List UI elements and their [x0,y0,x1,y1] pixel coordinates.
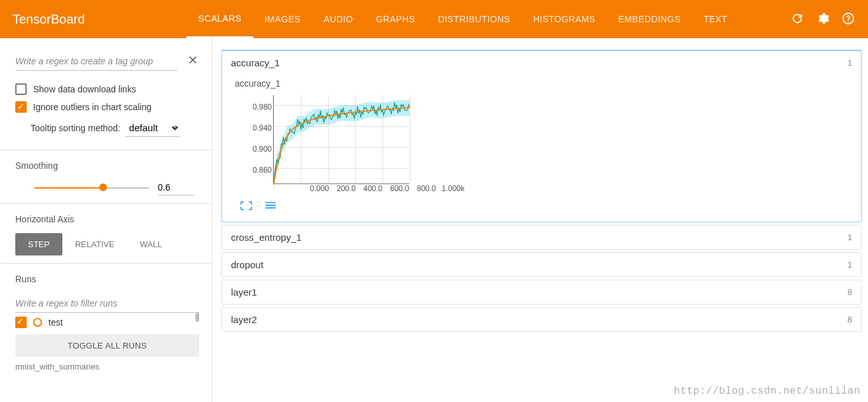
card-header[interactable]: layer28 [222,308,861,331]
ignore-outliers-checkbox[interactable] [15,101,27,113]
tab-images[interactable]: IMAGES [253,0,312,38]
card-header[interactable]: accuracy_11 [222,51,861,75]
card-header[interactable]: dropout1 [222,253,861,276]
y-tick: 0.860 [246,166,272,175]
card-count: 1 [848,233,852,242]
brand: TensorBoard [13,12,85,27]
x-axis: 0.000200.0400.0600.0800.01.000k [306,184,850,193]
main-content: accuracy_11accuracy_10.8600.9000.9400.98… [213,38,868,402]
app-header: TensorBoard SCALARSIMAGESAUDIOGRAPHSDIST… [0,0,868,38]
scalar-card: cross_entropy_11 [221,225,862,250]
toggle-all-runs-button[interactable]: TOGGLE ALL RUNS [15,334,199,357]
tab-distributions[interactable]: DISTRIBUTIONS [426,0,521,38]
card-count: 1 [848,260,852,269]
chart-svg [274,95,410,184]
gear-icon[interactable] [816,11,830,27]
run-row: test [15,313,199,332]
help-icon[interactable] [841,11,855,27]
smoothing-label: Smoothing [15,161,199,171]
scalar-card: layer28 [221,307,862,332]
haxis-step-button[interactable]: STEP [15,233,62,255]
haxis-wall-button[interactable]: WALL [127,233,175,255]
scroll-thumb[interactable] [195,313,199,322]
y-tick: 0.900 [246,145,272,154]
chart-plot [273,95,409,184]
ignore-outliers-label: Ignore outliers in chart scaling [33,102,151,112]
x-tick: 600.0 [386,184,413,193]
tooltip-sorting-label: Tooltip sorting method: [31,123,120,133]
tag-filter-input[interactable] [15,51,178,71]
y-tick: 0.980 [246,103,272,111]
run-name: test [48,317,63,327]
header-icons [790,11,855,27]
card-count: 8 [848,287,852,297]
chart-title: accuracy_1 [235,78,850,89]
card-count: 8 [848,315,852,324]
log-toggle-icon[interactable] [264,201,277,213]
tab-histograms[interactable]: HISTOGRAMS [522,0,607,38]
x-tick: 1.000k [440,184,466,193]
sidebar: Show data download links Ignore outliers… [0,38,213,402]
scalar-card: accuracy_11accuracy_10.8600.9000.9400.98… [221,50,862,222]
run-checkbox[interactable] [15,317,27,328]
tab-scalars[interactable]: SCALARS [186,0,253,38]
card-title: layer1 [231,287,257,298]
card-count: 1 [848,58,852,68]
nav-tabs: SCALARSIMAGESAUDIOGRAPHSDISTRIBUTIONSHIS… [186,0,739,38]
card-body: accuracy_10.8600.9000.9400.9800.000200.0… [222,75,861,222]
chart-tools [240,201,850,213]
tab-embeddings[interactable]: EMBEDDINGS [607,0,692,38]
chart-area[interactable]: 0.8600.9000.9400.9800.000200.0400.0600.0… [234,91,850,193]
card-title: dropout [231,259,263,270]
x-tick: 800.0 [413,184,440,193]
scalar-card: layer18 [221,280,862,305]
tooltip-sorting-select[interactable]: default [125,119,180,137]
download-links-checkbox[interactable] [15,83,27,95]
download-links-label: Show data download links [33,84,136,94]
tab-text[interactable]: TEXT [692,0,739,38]
runs-filter-input[interactable] [15,293,199,313]
run-color-icon [33,318,42,327]
tab-graphs[interactable]: GRAPHS [365,0,427,38]
haxis-relative-button[interactable]: RELATIVE [62,233,127,255]
x-tick: 0.000 [306,184,333,193]
smoothing-value-input[interactable] [158,180,195,196]
tab-audio[interactable]: AUDIO [312,0,364,38]
card-header[interactable]: layer18 [222,280,861,304]
card-header[interactable]: cross_entropy_11 [222,226,861,249]
horizontal-axis-label: Horizontal Axis [15,214,199,224]
close-icon[interactable] [186,54,199,68]
runs-label: Runs [15,274,199,284]
reload-icon[interactable] [790,11,804,27]
card-title: accuracy_1 [231,57,280,68]
card-title: layer2 [231,314,257,325]
expand-icon[interactable] [240,201,253,213]
y-tick: 0.940 [246,124,272,133]
scalar-card: dropout1 [221,252,862,277]
card-title: cross_entropy_1 [231,232,302,243]
horizontal-axis-group: STEPRELATIVEWALL [15,233,199,255]
x-tick: 400.0 [360,184,386,193]
smoothing-slider[interactable] [34,187,149,189]
x-tick: 200.0 [333,184,360,193]
dataset-name: mnist_with_summaries [15,362,199,371]
